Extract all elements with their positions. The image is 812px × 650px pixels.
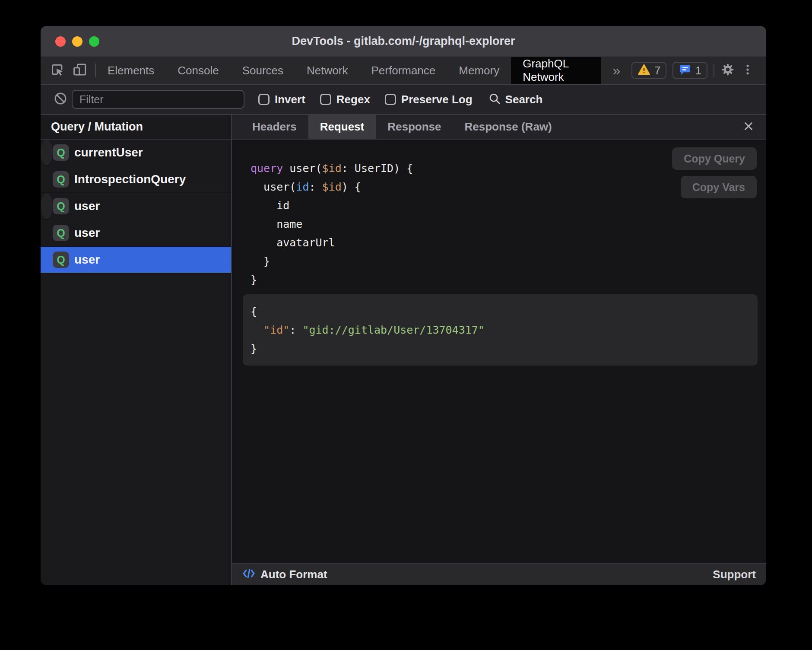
inspect-element-icon[interactable] xyxy=(50,62,65,79)
tab-console[interactable]: Console xyxy=(166,57,230,84)
status-bar: Auto Format Support xyxy=(232,563,766,585)
filter-toolbar: Invert Regex Preserve Log Search xyxy=(41,85,766,115)
support-link[interactable]: Support xyxy=(713,568,756,581)
invert-label: Invert xyxy=(275,93,305,106)
warning-icon xyxy=(638,63,650,78)
device-toolbar-icon[interactable] xyxy=(73,62,87,79)
more-tabs-button[interactable]: » xyxy=(601,57,631,84)
query-list-item[interactable]: Q user xyxy=(41,193,53,220)
preserve-log-label: Preserve Log xyxy=(401,93,473,106)
filter-input[interactable] xyxy=(72,90,244,109)
regex-checkbox-group: Regex xyxy=(320,93,370,106)
panel-tabs: Elements Console Sources Network Perform… xyxy=(96,57,601,84)
toolbar-icons xyxy=(41,57,95,84)
request-variables-box: { "id": "gid://gitlab/User/13704317"} xyxy=(243,294,758,366)
message-count: 1 xyxy=(695,64,701,77)
tab-bar-right: 7 1 xyxy=(631,57,766,84)
auto-format-button[interactable]: Auto Format xyxy=(242,567,327,582)
tab-headers[interactable]: Headers xyxy=(241,115,308,139)
tab-elements[interactable]: Elements xyxy=(96,57,166,84)
query-type-badge: Q xyxy=(53,171,69,188)
tab-request[interactable]: Request xyxy=(308,115,376,139)
badge-separator xyxy=(714,64,714,77)
regex-checkbox[interactable] xyxy=(320,94,331,105)
kebab-menu-icon[interactable] xyxy=(741,63,754,78)
messages-badge[interactable]: 1 xyxy=(672,62,707,79)
search-label: Search xyxy=(505,93,543,106)
request-variables-code: { "id": "gid://gitlab/User/13704317"} xyxy=(251,302,749,358)
title-bar: DevTools - gitlab.com/-/graphql-explorer xyxy=(41,26,766,57)
tab-response[interactable]: Response xyxy=(376,115,453,139)
query-name: user xyxy=(74,199,100,213)
query-type-badge: Q xyxy=(53,198,69,214)
tab-graphql-network[interactable]: GraphQL Network xyxy=(511,57,601,84)
block-requests-icon[interactable] xyxy=(54,92,67,107)
query-list-item[interactable]: Q currentUser xyxy=(41,140,53,166)
tab-sources[interactable]: Sources xyxy=(231,57,295,84)
query-name: IntrospectionQuery xyxy=(74,172,186,186)
close-window-button[interactable] xyxy=(55,36,66,47)
query-type-badge: Q xyxy=(53,144,69,161)
tab-response-raw[interactable]: Response (Raw) xyxy=(453,115,563,139)
window-title: DevTools - gitlab.com/-/graphql-explorer xyxy=(292,35,515,48)
copy-buttons: Copy Query Copy Vars xyxy=(672,147,757,198)
query-name: user xyxy=(74,226,100,240)
warnings-badge[interactable]: 7 xyxy=(631,62,666,79)
invert-checkbox-group: Invert xyxy=(258,93,305,106)
warning-count: 7 xyxy=(654,64,660,77)
preserve-log-checkbox[interactable] xyxy=(385,94,396,105)
regex-label: Regex xyxy=(336,93,370,106)
copy-vars-button[interactable]: Copy Vars xyxy=(681,176,757,198)
minimize-window-button[interactable] xyxy=(72,36,82,47)
query-list-panel: Query / Mutation Q currentUser Q Introsp… xyxy=(41,115,232,585)
preserve-log-checkbox-group: Preserve Log xyxy=(385,93,473,106)
settings-gear-icon[interactable] xyxy=(720,62,735,79)
query-type-badge: Q xyxy=(53,225,69,241)
copy-query-button[interactable]: Copy Query xyxy=(672,147,757,170)
traffic-lights xyxy=(55,26,99,57)
message-bubble-icon xyxy=(679,63,691,78)
tab-memory[interactable]: Memory xyxy=(447,57,511,84)
main-area: Query / Mutation Q currentUser Q Introsp… xyxy=(41,115,766,585)
detail-tab-bar: Headers Request Response Response (Raw) xyxy=(232,115,766,140)
devtools-window: DevTools - gitlab.com/-/graphql-explorer xyxy=(41,26,766,585)
detail-pane: Headers Request Response Response (Raw) … xyxy=(232,115,766,585)
code-brackets-icon xyxy=(242,567,255,582)
close-detail-button[interactable] xyxy=(742,115,766,139)
close-icon xyxy=(742,120,755,134)
auto-format-label: Auto Format xyxy=(260,568,327,581)
search-icon xyxy=(488,92,501,107)
devtools-tab-bar: Elements Console Sources Network Perform… xyxy=(41,57,766,85)
query-list-item[interactable]: Q IntrospectionQuery xyxy=(41,166,231,193)
tab-performance[interactable]: Performance xyxy=(359,57,447,84)
tab-network[interactable]: Network xyxy=(295,57,359,84)
maximize-window-button[interactable] xyxy=(89,36,99,47)
query-name: currentUser xyxy=(74,146,143,159)
query-list-item[interactable]: Q user xyxy=(41,220,231,247)
invert-checkbox[interactable] xyxy=(258,94,270,105)
request-detail-body: query user($id: UserID) { user(id: $id) … xyxy=(232,140,766,563)
query-name: user xyxy=(74,253,100,267)
screen: DevTools - gitlab.com/-/graphql-explorer xyxy=(0,0,812,650)
search-control[interactable]: Search xyxy=(488,92,543,107)
query-type-badge: Q xyxy=(53,252,69,268)
query-list-header: Query / Mutation xyxy=(41,115,231,140)
query-list-item-selected[interactable]: Q user xyxy=(41,247,231,274)
